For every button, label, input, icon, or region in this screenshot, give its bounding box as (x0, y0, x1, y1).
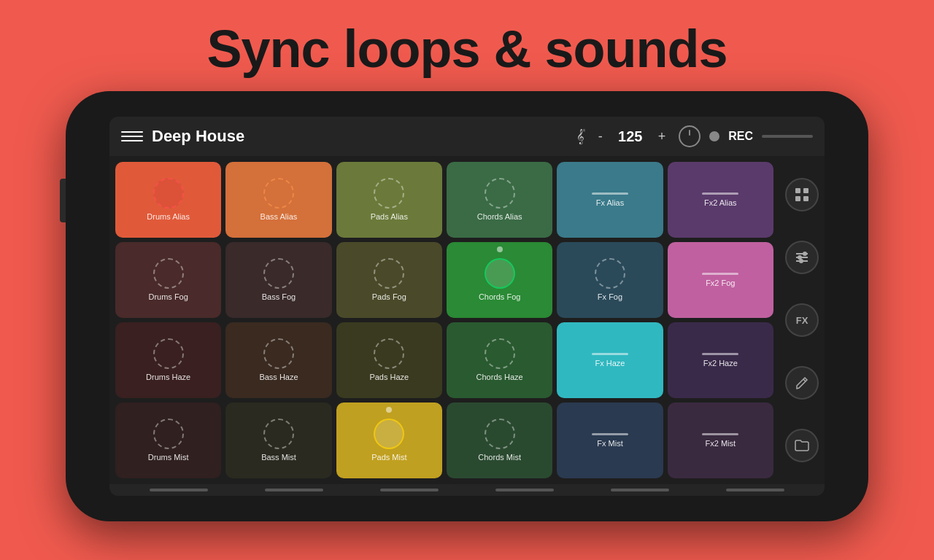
pad-knob (263, 419, 294, 449)
pad-fx2-fog[interactable]: Fx2 Fog (668, 242, 773, 318)
eq-button[interactable] (785, 241, 819, 274)
pad-fx2-mist[interactable]: Fx2 Mist (668, 402, 773, 478)
pad-label: Bass Haze (259, 372, 298, 382)
pad-knob (153, 338, 184, 369)
rec-label[interactable]: REC (728, 130, 753, 143)
pad-fx2-haze[interactable]: Fx2 Haze (668, 322, 773, 398)
metronome-icon: 𝄟 (576, 129, 585, 144)
pad-fx-alias[interactable]: Fx Alias (557, 162, 663, 238)
pad-slider-line (702, 192, 738, 195)
pad-label: Fx2 Mist (706, 438, 736, 448)
pad-slider-line (702, 433, 738, 435)
folder-button[interactable] (785, 429, 819, 462)
pad-slider-line (592, 192, 628, 195)
pad-label: Fx Mist (597, 438, 622, 448)
pad-fx2-alias[interactable]: Fx2 Alias (668, 162, 773, 238)
pad-fx-mist[interactable]: Fx Mist (557, 402, 663, 478)
svg-rect-1 (803, 188, 808, 193)
pad-chords-mist[interactable]: Chords Mist (447, 402, 552, 478)
svg-rect-3 (803, 196, 808, 201)
pad-knob (263, 338, 294, 369)
scroll-3 (380, 489, 439, 491)
pad-label: Pads Mist (371, 452, 406, 462)
pad-label: Bass Mist (261, 452, 296, 462)
grid-row-haze: Drums HazeBass HazePads HazeChords HazeF… (115, 322, 773, 398)
bpm-minus[interactable]: - (594, 128, 607, 146)
knob-dot (497, 246, 503, 252)
pad-chords-fog[interactable]: Chords Fog (447, 242, 552, 318)
pad-knob (595, 258, 625, 289)
bottom-bar (109, 484, 825, 496)
pad-label: Bass Fog (262, 292, 296, 302)
pad-slider-line (592, 353, 628, 355)
pad-label: Fx2 Fog (706, 278, 735, 288)
pad-label: Drums Haze (146, 372, 190, 382)
pad-chords-alias[interactable]: Chords Alias (447, 162, 552, 238)
pad-pads-fog[interactable]: Pads Fog (336, 242, 442, 318)
pad-slider-line (702, 273, 738, 275)
pad-grid: Drums AliasBass AliasPads AliasChords Al… (109, 156, 779, 484)
pad-fx-haze[interactable]: Fx Haze (557, 322, 663, 398)
scroll-5 (611, 489, 669, 491)
scroll-1 (150, 489, 208, 491)
pad-label: Drums Alias (147, 211, 190, 222)
grid-button[interactable] (785, 178, 819, 211)
grid-row-mist: Drums MistBass MistPads MistChords MistF… (115, 402, 773, 478)
pad-knob (374, 178, 404, 209)
pad-pads-haze[interactable]: Pads Haze (336, 322, 442, 398)
pad-drums-mist[interactable]: Drums Mist (115, 402, 221, 478)
pad-drums-fog[interactable]: Drums Fog (115, 242, 221, 318)
top-bar: Deep House 𝄟 - 125 + REC (109, 117, 825, 156)
edit-button[interactable] (785, 366, 819, 400)
main-content: Drums AliasBass AliasPads AliasChords Al… (109, 156, 825, 484)
pad-drums-alias[interactable]: Drums Alias (115, 162, 221, 238)
app-title: Deep House (152, 127, 568, 146)
grid-row-alias: Drums AliasBass AliasPads AliasChords Al… (115, 162, 773, 238)
pad-label: Chords Mist (478, 452, 521, 462)
pad-bass-haze[interactable]: Bass Haze (225, 322, 331, 398)
pad-knob (374, 258, 404, 289)
svg-point-9 (799, 259, 803, 263)
pad-label: Fx Haze (595, 358, 625, 368)
pad-bass-alias[interactable]: Bass Alias (225, 162, 331, 238)
svg-line-10 (803, 379, 806, 381)
fx-button[interactable]: FX (785, 303, 819, 337)
pad-label: Fx2 Alias (704, 198, 737, 208)
pad-knob (263, 178, 294, 209)
pad-label: Pads Alias (371, 211, 408, 222)
scroll-2 (265, 489, 323, 491)
pad-label: Fx Fog (598, 292, 622, 302)
pad-label: Drums Fog (148, 292, 188, 302)
pad-fx-fog[interactable]: Fx Fog (557, 242, 663, 318)
svg-rect-2 (795, 196, 800, 201)
pad-label: Fx2 Haze (703, 358, 738, 368)
pad-label: Drums Mist (148, 452, 189, 462)
pad-slider-line (592, 433, 628, 435)
pad-pads-alias[interactable]: Pads Alias (336, 162, 442, 238)
pad-knob (485, 258, 515, 289)
pad-chords-haze[interactable]: Chords Haze (447, 322, 552, 398)
pad-knob (374, 338, 404, 369)
pad-knob (374, 419, 404, 449)
menu-icon[interactable] (121, 131, 143, 141)
knob-dot (386, 407, 392, 413)
pad-pads-mist[interactable]: Pads Mist (336, 402, 442, 478)
svg-rect-0 (795, 188, 800, 193)
pad-bass-mist[interactable]: Bass Mist (225, 402, 331, 478)
pad-label: Pads Haze (369, 372, 409, 382)
scroll-4 (495, 489, 554, 491)
pad-label: Chords Fog (479, 292, 520, 302)
tempo-knob (679, 125, 700, 147)
pad-knob (153, 258, 184, 289)
pad-knob (485, 338, 515, 369)
pad-bass-fog[interactable]: Bass Fog (225, 242, 331, 318)
pad-knob (485, 178, 515, 209)
rec-bar (762, 135, 813, 138)
pad-knob (263, 258, 294, 289)
headline: Sync loops & sounds (207, 0, 727, 91)
side-toolbar: FX (779, 156, 825, 484)
bpm-plus[interactable]: + (654, 128, 671, 146)
pad-drums-haze[interactable]: Drums Haze (115, 322, 221, 398)
pad-label: Fx Alias (596, 198, 625, 208)
grid-row-fog: Drums FogBass FogPads FogChords FogFx Fo… (115, 242, 773, 318)
